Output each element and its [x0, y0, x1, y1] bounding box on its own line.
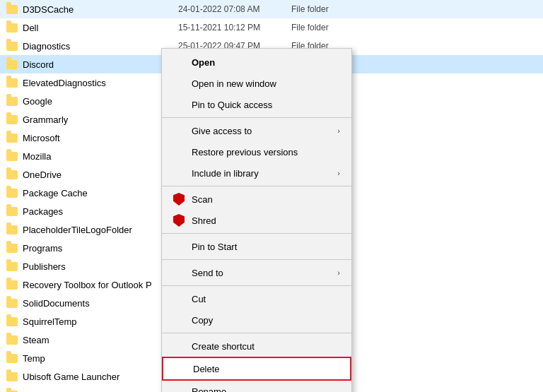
file-name: OneDrive: [23, 170, 178, 180]
submenu-arrow-icon: ›: [337, 169, 340, 177]
folder-icon: [6, 297, 18, 309]
menu-label: Delete: [193, 364, 339, 374]
submenu-arrow-icon: ›: [337, 126, 340, 135]
file-name: Microsoft: [23, 133, 178, 143]
file-name: Temp: [23, 353, 178, 364]
file-name: Discord: [23, 59, 178, 70]
menu-item-rename[interactable]: Rename: [162, 381, 351, 392]
menu-item-pin-quick-access[interactable]: Pin to Quick access: [162, 94, 351, 115]
menu-item-pin-start[interactable]: Pin to Start: [162, 236, 351, 257]
mcafee-icon: [172, 192, 186, 206]
folder-icon: [6, 260, 18, 273]
file-name: Grammarly: [23, 114, 178, 125]
empty-icon: [172, 97, 186, 112]
menu-label: Restore previous versions: [192, 147, 340, 158]
menu-item-copy[interactable]: Copy: [162, 309, 351, 331]
context-menu[interactable]: OpenOpen in new windowPin to Quick acces…: [161, 48, 352, 392]
explorer-window: D3DSCache24-01-2022 07:08 AMFile folderD…: [0, 0, 543, 392]
menu-separator: [162, 233, 351, 234]
folder-icon: [6, 205, 18, 218]
folder-icon: [6, 40, 18, 52]
file-name: Package Cache: [23, 188, 178, 198]
file-name: Steam: [23, 335, 178, 345]
menu-label: Pin to Start: [192, 242, 340, 252]
folder-icon: [6, 223, 18, 236]
folder-icon: [6, 370, 18, 383]
empty-icon: [172, 145, 186, 159]
folder-icon: [6, 21, 18, 34]
menu-label: Rename: [192, 386, 340, 393]
folder-icon: [6, 315, 18, 328]
empty-icon: [172, 384, 186, 392]
menu-item-scan[interactable]: Scan: [162, 189, 351, 210]
menu-label: Copy: [192, 315, 340, 326]
folder-icon: [6, 76, 18, 89]
file-name: Recovery Toolbox for Outlook P: [23, 280, 178, 290]
empty-icon: [172, 124, 186, 138]
empty-icon: [172, 292, 186, 306]
file-name: Mozilla: [23, 151, 178, 162]
menu-label: Shred: [192, 215, 340, 226]
menu-item-restore-versions[interactable]: Restore previous versions: [162, 141, 351, 162]
folder-icon: [6, 113, 18, 126]
menu-label: Cut: [192, 294, 340, 304]
file-date: 24-01-2022 07:08 AM: [178, 4, 291, 14]
menu-label: Include in library: [192, 168, 337, 179]
file-name: D3DSCache: [23, 4, 178, 15]
empty-icon: [172, 76, 186, 90]
file-name: VirtualStore: [23, 390, 178, 393]
menu-item-send-to[interactable]: Send to›: [162, 262, 351, 283]
menu-label: Open in new window: [192, 78, 340, 89]
file-row[interactable]: Dell15-11-2021 10:12 PMFile folder: [0, 18, 543, 37]
empty-icon: [172, 55, 186, 69]
file-name: SquirrelTemp: [23, 316, 178, 327]
menu-item-create-shortcut[interactable]: Create shortcut: [162, 335, 351, 357]
folder-icon: [6, 388, 18, 392]
menu-separator: [162, 117, 351, 118]
menu-separator: [162, 333, 351, 333]
menu-item-shred[interactable]: Shred: [162, 210, 351, 231]
menu-label: Send to: [192, 268, 337, 278]
submenu-arrow-icon: ›: [337, 268, 340, 277]
folder-icon: [6, 131, 18, 144]
empty-icon: [173, 362, 187, 376]
file-type: File folder: [291, 23, 376, 32]
menu-label: Open: [192, 57, 340, 68]
menu-item-open-new-window[interactable]: Open in new window: [162, 73, 351, 94]
folder-icon: [6, 150, 18, 162]
folder-icon: [6, 3, 18, 16]
file-row[interactable]: D3DSCache24-01-2022 07:08 AMFile folder: [0, 0, 543, 18]
empty-icon: [172, 166, 186, 180]
file-date: 15-11-2021 10:12 PM: [178, 23, 291, 32]
file-name: Diagnostics: [23, 41, 178, 52]
menu-item-include-library[interactable]: Include in library›: [162, 162, 351, 184]
empty-icon: [172, 266, 186, 280]
empty-icon: [172, 339, 186, 353]
menu-label: Create shortcut: [192, 341, 340, 352]
file-name: SolidDocuments: [23, 298, 178, 309]
empty-icon: [172, 239, 186, 254]
mcafee-icon: [172, 213, 186, 227]
menu-item-delete[interactable]: Delete: [162, 357, 351, 381]
menu-item-open[interactable]: Open: [162, 52, 351, 73]
folder-icon: [6, 352, 18, 364]
file-name: Google: [23, 96, 178, 107]
menu-separator: [162, 186, 351, 186]
menu-separator: [162, 259, 351, 260]
folder-icon: [6, 186, 18, 199]
file-name: Packages: [23, 206, 178, 217]
menu-label: Pin to Quick access: [192, 100, 340, 110]
file-name: Programs: [23, 243, 178, 254]
menu-item-cut[interactable]: Cut: [162, 288, 351, 309]
folder-icon: [6, 242, 18, 254]
file-name: PlaceholderTileLogoFolder: [23, 225, 178, 235]
menu-label: Scan: [192, 194, 340, 205]
folder-icon: [6, 278, 18, 291]
file-name: Dell: [23, 23, 178, 33]
folder-icon: [6, 58, 18, 71]
menu-label: Give access to: [192, 126, 337, 136]
file-name: Ubisoft Game Launcher: [23, 372, 178, 382]
menu-item-give-access[interactable]: Give access to›: [162, 120, 351, 141]
file-name: ElevatedDiagnostics: [23, 78, 178, 88]
file-name: Publishers: [23, 261, 178, 272]
